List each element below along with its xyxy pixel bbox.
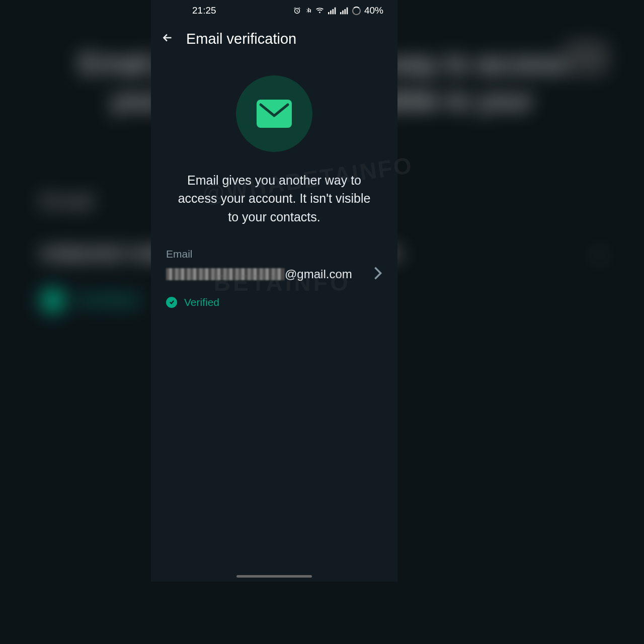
svg-rect-7: [344, 9, 346, 14]
status-bar: 21:25 40%: [151, 0, 397, 21]
email-suffix: @gmail.com: [285, 267, 352, 281]
svg-rect-8: [347, 7, 348, 14]
page-title: Email verification: [186, 31, 296, 47]
home-indicator[interactable]: [236, 575, 312, 578]
redacted-email-prefix: [166, 268, 284, 280]
svg-rect-4: [335, 7, 336, 14]
battery-percent: 40%: [364, 5, 383, 16]
status-icons: 40%: [293, 5, 383, 16]
email-row[interactable]: @gmail.com: [166, 266, 382, 282]
svg-rect-6: [342, 10, 344, 14]
chevron-right-icon: [373, 266, 382, 282]
bluetooth-icon: [305, 7, 311, 15]
mail-icon: [257, 100, 292, 128]
arrow-left-icon: [161, 31, 174, 44]
wifi-icon: [315, 7, 325, 15]
svg-rect-2: [330, 10, 332, 14]
email-field: Email @gmail.com Verified: [166, 248, 382, 308]
verified-text: Verified: [184, 296, 219, 308]
phone-screen: 21:25 40% Email verification Email gives…: [151, 0, 397, 582]
signal-icon: [328, 7, 337, 15]
email-label: Email: [166, 248, 382, 260]
description-text: Email gives you another way to access yo…: [166, 171, 382, 226]
check-circle-icon: [166, 297, 177, 308]
svg-rect-9: [257, 100, 292, 128]
email-value: @gmail.com: [166, 267, 352, 281]
battery-ring-icon: [352, 7, 361, 15]
signal-icon-2: [340, 7, 349, 15]
hero-mail-badge: [236, 75, 312, 152]
content-area: Email gives you another way to access yo…: [151, 56, 397, 308]
verified-status: Verified: [166, 296, 382, 308]
app-bar: Email verification: [151, 21, 397, 56]
status-time: 21:25: [192, 5, 216, 16]
svg-rect-0: [310, 9, 311, 13]
svg-rect-1: [328, 12, 330, 14]
alarm-icon: [293, 7, 301, 15]
svg-rect-5: [340, 12, 342, 14]
back-button[interactable]: [161, 31, 174, 46]
svg-rect-3: [332, 9, 334, 14]
